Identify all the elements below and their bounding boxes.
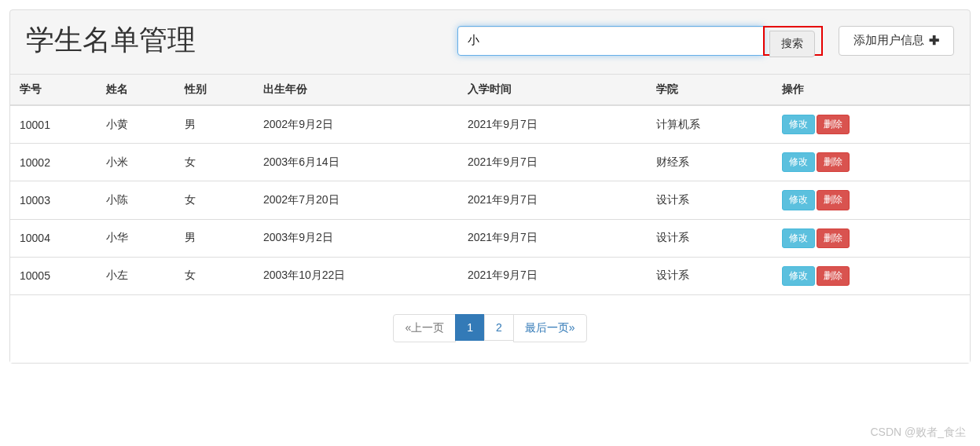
- cell-name: 小华: [97, 219, 175, 257]
- cell-ops: 修改删除: [773, 219, 970, 257]
- pager-page-2[interactable]: 2: [484, 314, 514, 341]
- edit-button[interactable]: 修改: [782, 190, 815, 210]
- student-table: 学号 姓名 性别 出生年份 入学时间 学院 操作 10001小黄男2002年9月…: [10, 74, 970, 294]
- pagination: «上一页 1 2 最后一页»: [393, 314, 586, 342]
- page-title: 学生名单管理: [26, 21, 196, 60]
- delete-button[interactable]: 删除: [817, 115, 850, 134]
- table-row: 10005小左女2003年10月22日2021年9月7日设计系修改删除: [10, 257, 970, 294]
- delete-button[interactable]: 删除: [817, 266, 850, 286]
- cell-enroll: 2021年9月7日: [458, 144, 647, 181]
- cell-sex: 女: [175, 257, 254, 294]
- col-ops: 操作: [773, 75, 970, 106]
- pager: «上一页 1 2 最后一页»: [10, 294, 970, 363]
- col-sex: 性别: [175, 75, 254, 106]
- cell-name: 小左: [97, 257, 175, 294]
- cell-id: 10003: [10, 181, 97, 219]
- add-user-label: 添加用户信息: [853, 33, 924, 48]
- cell-birth: 2003年6月14日: [254, 144, 458, 181]
- cell-dept: 设计系: [647, 181, 773, 219]
- table-row: 10002小米女2003年6月14日2021年9月7日财经系修改删除: [10, 144, 970, 181]
- cell-name: 小黄: [97, 105, 175, 144]
- delete-button[interactable]: 删除: [817, 228, 850, 248]
- pager-prev[interactable]: «上一页: [393, 314, 456, 342]
- cell-sex: 女: [175, 144, 254, 181]
- cell-ops: 修改删除: [773, 105, 970, 144]
- edit-button[interactable]: 修改: [782, 228, 815, 248]
- cell-ops: 修改删除: [773, 257, 970, 294]
- panel: 学生名单管理 搜索 添加用户信息 ✚ 学号 姓名 性别 出生年份 入学时间 学院…: [9, 9, 971, 364]
- cell-birth: 2003年10月22日: [254, 257, 458, 294]
- cell-id: 10001: [10, 105, 97, 144]
- cell-sex: 男: [175, 105, 254, 144]
- cell-ops: 修改删除: [773, 181, 970, 219]
- cell-ops: 修改删除: [773, 144, 970, 181]
- cell-birth: 2002年9月2日: [254, 105, 458, 144]
- search-button-highlight: 搜索: [763, 26, 823, 56]
- header-row: 学生名单管理 搜索 添加用户信息 ✚: [10, 10, 970, 74]
- cell-dept: 财经系: [647, 144, 773, 181]
- cell-id: 10002: [10, 144, 97, 181]
- delete-button[interactable]: 删除: [817, 190, 850, 210]
- edit-button[interactable]: 修改: [782, 152, 815, 172]
- search-button[interactable]: 搜索: [769, 31, 815, 57]
- col-dept: 学院: [647, 75, 773, 106]
- cell-enroll: 2021年9月7日: [458, 181, 647, 219]
- search-group: 搜索: [457, 26, 823, 56]
- cell-name: 小米: [97, 144, 175, 181]
- table-row: 10004小华男2003年9月2日2021年9月7日设计系修改删除: [10, 219, 970, 257]
- col-birth: 出生年份: [254, 75, 458, 106]
- col-name: 姓名: [97, 75, 175, 106]
- cell-name: 小陈: [97, 181, 175, 219]
- cell-dept: 设计系: [647, 219, 773, 257]
- edit-button[interactable]: 修改: [782, 266, 815, 286]
- table-row: 10003小陈女2002年7月20日2021年9月7日设计系修改删除: [10, 181, 970, 219]
- pager-last[interactable]: 最后一页»: [513, 314, 587, 342]
- edit-button[interactable]: 修改: [782, 115, 815, 134]
- cell-birth: 2002年7月20日: [254, 181, 458, 219]
- search-input[interactable]: [457, 26, 764, 56]
- cell-sex: 女: [175, 181, 254, 219]
- pager-page-1[interactable]: 1: [455, 314, 485, 341]
- cell-birth: 2003年9月2日: [254, 219, 458, 257]
- plus-icon: ✚: [929, 33, 939, 48]
- cell-sex: 男: [175, 219, 254, 257]
- cell-enroll: 2021年9月7日: [458, 219, 647, 257]
- col-id: 学号: [10, 75, 97, 106]
- col-enroll: 入学时间: [458, 75, 647, 106]
- cell-enroll: 2021年9月7日: [458, 105, 647, 144]
- cell-id: 10004: [10, 219, 97, 257]
- cell-id: 10005: [10, 257, 97, 294]
- cell-enroll: 2021年9月7日: [458, 257, 647, 294]
- add-user-button[interactable]: 添加用户信息 ✚: [839, 26, 954, 56]
- delete-button[interactable]: 删除: [817, 152, 850, 172]
- table-header-row: 学号 姓名 性别 出生年份 入学时间 学院 操作: [10, 75, 970, 106]
- cell-dept: 设计系: [647, 257, 773, 294]
- table-row: 10001小黄男2002年9月2日2021年9月7日计算机系修改删除: [10, 105, 970, 144]
- cell-dept: 计算机系: [647, 105, 773, 144]
